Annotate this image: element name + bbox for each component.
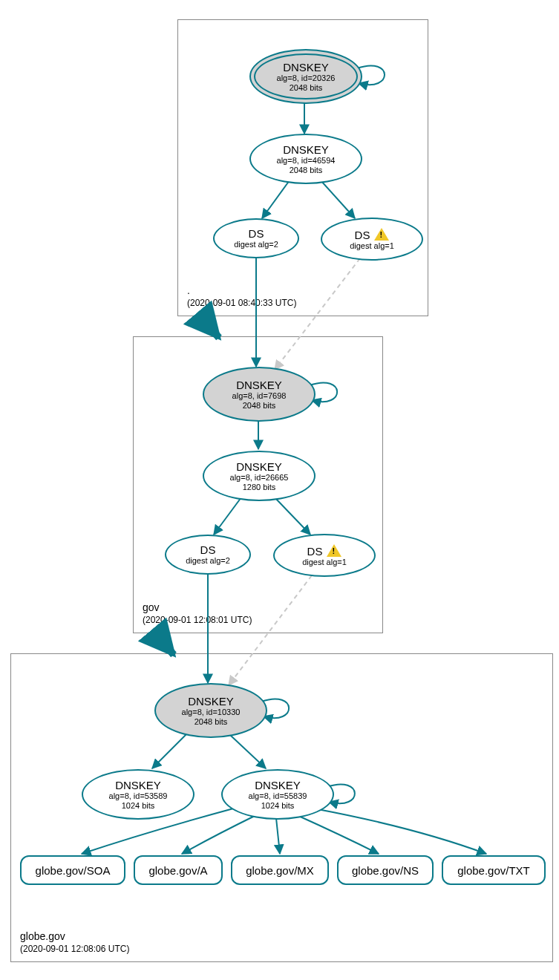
node-root-ds1-alg: digest alg=1 [350, 241, 394, 251]
zone-gov-title: gov [143, 601, 252, 613]
zone-root-timestamp: (2020-09-01 08:40:33 UTC) [187, 298, 296, 308]
zone-gov-label: gov (2020-09-01 12:08:01 UTC) [143, 601, 252, 625]
node-gov-zsk-bits: 1280 bits [243, 483, 276, 492]
node-gov-zsk-alg: alg=8, id=26665 [230, 473, 289, 483]
node-root-ksk-title: DNSKEY [283, 61, 329, 74]
node-globe-ksk: DNSKEY alg=8, id=10330 2048 bits [154, 683, 267, 738]
node-globe-zsk1-alg: alg=8, id=53589 [109, 791, 168, 801]
node-globe-ksk-alg: alg=8, id=10330 [182, 708, 241, 717]
node-gov-ds2: DS digest alg=2 [165, 535, 251, 575]
node-root-ksk-bits: 2048 bits [290, 83, 323, 93]
node-root-zsk: DNSKEY alg=8, id=46594 2048 bits [249, 134, 362, 184]
node-globe-zsk1-title: DNSKEY [115, 779, 161, 791]
node-root-ksk: DNSKEY alg=8, id=20326 2048 bits [249, 49, 362, 104]
node-root-ksk-alg: alg=8, id=20326 [277, 74, 336, 83]
node-root-ds2-alg: digest alg=2 [234, 240, 278, 249]
zone-root-title: . [187, 284, 296, 296]
rrset-mx: globe.gov/MX [231, 855, 329, 885]
node-gov-ksk: DNSKEY alg=8, id=7698 2048 bits [203, 367, 316, 422]
node-root-zsk-title: DNSKEY [283, 143, 329, 156]
node-gov-ds1-alg: digest alg=1 [302, 558, 347, 567]
zone-globe-title: globe.gov [20, 930, 129, 942]
warning-icon [327, 544, 341, 557]
node-globe-zsk2-bits: 1024 bits [261, 801, 295, 811]
node-gov-zsk: DNSKEY alg=8, id=26665 1280 bits [203, 451, 316, 501]
node-globe-zsk1: DNSKEY alg=8, id=53589 1024 bits [82, 769, 194, 820]
node-gov-ds2-title: DS [200, 543, 216, 556]
zone-globe-label: globe.gov (2020-09-01 12:08:06 UTC) [20, 930, 129, 954]
node-gov-ds1: DS digest alg=1 [273, 534, 376, 577]
rrset-ns: globe.gov/NS [337, 855, 434, 885]
node-globe-zsk2-alg: alg=8, id=55839 [249, 791, 307, 801]
node-gov-ksk-alg: alg=8, id=7698 [232, 391, 287, 401]
node-root-ds2-title: DS [249, 227, 264, 240]
node-globe-ksk-bits: 2048 bits [194, 717, 228, 727]
node-root-zsk-alg: alg=8, id=46594 [277, 156, 336, 166]
node-root-ds1: DS digest alg=1 [321, 218, 423, 261]
node-globe-zsk2: DNSKEY alg=8, id=55839 1024 bits [221, 769, 334, 820]
node-gov-ds1-title: DS [307, 544, 342, 558]
node-globe-ksk-title: DNSKEY [188, 695, 234, 708]
node-globe-zsk1-bits: 1024 bits [122, 801, 155, 811]
node-gov-ksk-bits: 2048 bits [243, 401, 276, 411]
node-globe-zsk2-title: DNSKEY [255, 779, 301, 791]
node-root-zsk-bits: 2048 bits [290, 166, 323, 175]
zone-root-label: . (2020-09-01 08:40:33 UTC) [187, 284, 296, 308]
rrset-a: globe.gov/A [134, 855, 223, 885]
zone-globe-timestamp: (2020-09-01 12:08:06 UTC) [20, 944, 129, 954]
node-gov-zsk-title: DNSKEY [236, 460, 282, 473]
warning-icon [374, 228, 389, 241]
node-gov-ksk-title: DNSKEY [236, 379, 282, 391]
rrset-txt: globe.gov/TXT [442, 855, 546, 885]
node-gov-ds2-alg: digest alg=2 [186, 556, 230, 566]
rrset-soa: globe.gov/SOA [20, 855, 125, 885]
zone-gov-timestamp: (2020-09-01 12:08:01 UTC) [143, 615, 252, 625]
node-root-ds2: DS digest alg=2 [213, 218, 299, 258]
node-root-ds1-title: DS [355, 228, 390, 241]
